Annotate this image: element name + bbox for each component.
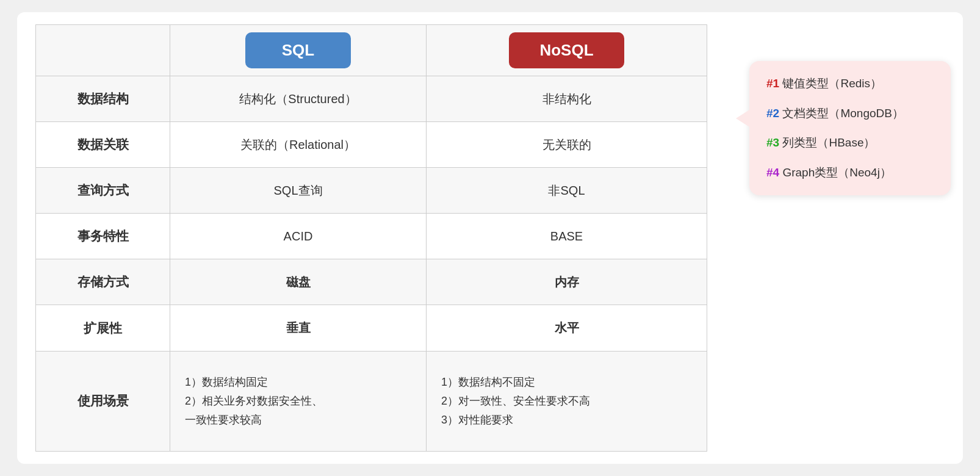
table-row: 数据结构结构化（Structured）非结构化 <box>36 76 707 122</box>
row-sql-value: ACID <box>170 214 427 259</box>
header-empty <box>36 25 170 76</box>
sql-button: SQL <box>245 32 351 68</box>
callout-item-1: #1 键值类型（Redis） <box>766 76 934 92</box>
row-sql-value: 垂直 <box>170 305 427 351</box>
row-sql-value: SQL查询 <box>170 168 427 214</box>
usage-label: 使用场景 <box>36 351 170 451</box>
row-label: 查询方式 <box>36 168 170 214</box>
row-nosql-value: 非SQL <box>427 168 707 214</box>
table-row: 数据关联关联的（Relational）无关联的 <box>36 122 707 168</box>
callout-text-1: 键值类型（Redis） <box>782 77 882 90</box>
header-sql: SQL <box>170 25 427 76</box>
row-nosql-value: 水平 <box>427 305 707 351</box>
callout-item-3: #3 列类型（HBase） <box>766 135 934 151</box>
row-label: 数据结构 <box>36 76 170 122</box>
row-label: 事务特性 <box>36 214 170 259</box>
comparison-table: SQL NoSQL 数据结构结构化（Structured）非结构化数据关联关联的… <box>35 24 707 452</box>
usage-nosql-value: 1）数据结构不固定2）对一致性、安全性要求不高3）对性能要求 <box>427 351 707 451</box>
table-row: 存储方式磁盘内存 <box>36 259 707 305</box>
comparison-table-wrapper: SQL NoSQL 数据结构结构化（Structured）非结构化数据关联关联的… <box>35 24 707 452</box>
row-label: 存储方式 <box>36 259 170 305</box>
header-nosql: NoSQL <box>427 25 707 76</box>
usage-row: 使用场景1）数据结构固定2）相关业务对数据安全性、一致性要求较高1）数据结构不固… <box>36 351 707 451</box>
row-sql-value: 磁盘 <box>170 259 427 305</box>
callout-hash-2: #2 <box>766 107 779 120</box>
usage-sql-value: 1）数据结构固定2）相关业务对数据安全性、一致性要求较高 <box>170 351 427 451</box>
table-row: 扩展性垂直水平 <box>36 305 707 351</box>
callout-text-4: Graph类型（Neo4j） <box>782 166 891 179</box>
row-nosql-value: BASE <box>427 214 707 259</box>
callout-text-2: 文档类型（MongoDB） <box>782 107 904 120</box>
row-sql-value: 结构化（Structured） <box>170 76 427 122</box>
row-label: 数据关联 <box>36 122 170 168</box>
callout-item-2: #2 文档类型（MongoDB） <box>766 106 934 122</box>
table-row: 查询方式SQL查询非SQL <box>36 168 707 214</box>
callout-hash-4: #4 <box>766 166 779 179</box>
callout-text-3: 列类型（HBase） <box>782 136 875 149</box>
row-nosql-value: 无关联的 <box>427 122 707 168</box>
row-sql-value: 关联的（Relational） <box>170 122 427 168</box>
nosql-button: NoSQL <box>509 32 624 68</box>
row-nosql-value: 内存 <box>427 259 707 305</box>
callout-item-4: #4 Graph类型（Neo4j） <box>766 165 934 181</box>
table-row: 事务特性ACIDBASE <box>36 214 707 259</box>
table-header-row: SQL NoSQL <box>36 25 707 76</box>
callout-box: #1 键值类型（Redis） #2 文档类型（MongoDB） #3 列类型（H… <box>749 61 951 195</box>
main-container: SQL NoSQL 数据结构结构化（Structured）非结构化数据关联关联的… <box>17 12 963 464</box>
callout-hash-1: #1 <box>766 77 779 90</box>
row-nosql-value: 非结构化 <box>427 76 707 122</box>
callout-hash-3: #3 <box>766 136 779 149</box>
row-label: 扩展性 <box>36 305 170 351</box>
